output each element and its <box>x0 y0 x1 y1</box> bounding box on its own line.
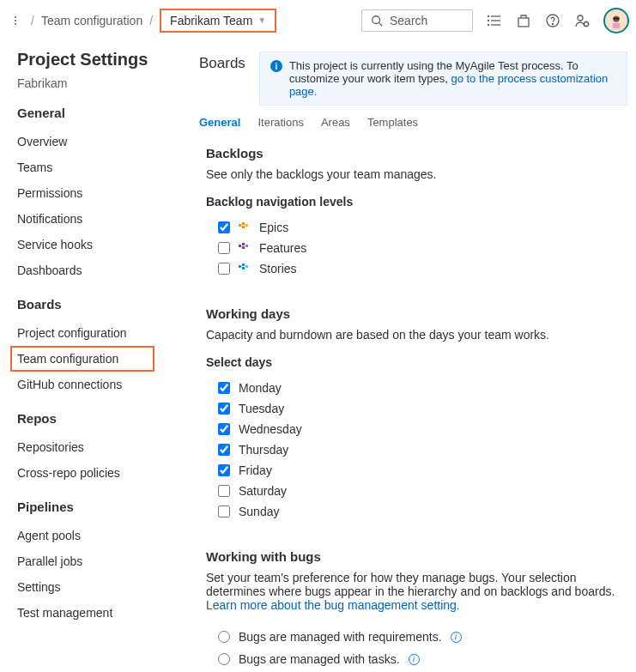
sidebar-item-project-configuration[interactable]: Project configuration <box>17 320 180 346</box>
info-banner: i This project is currently using the My… <box>259 51 627 106</box>
epics-label: Epics <box>259 221 288 234</box>
checkbox-wednesday[interactable] <box>218 423 230 435</box>
tab-iterations[interactable]: Iterations <box>257 116 303 134</box>
svg-rect-29 <box>242 246 245 249</box>
sidebar-item-test-management[interactable]: Test management <box>17 600 180 626</box>
backlog-nav-heading: Backlog navigation levels <box>206 195 621 209</box>
sidebar-item-overview[interactable]: Overview <box>17 129 180 154</box>
team-dropdown[interactable]: Fabrikam Team ▼ <box>160 9 276 33</box>
user-settings-icon[interactable] <box>574 13 590 28</box>
sidebar-item-github-connections[interactable]: GitHub connections <box>17 372 180 397</box>
tuesday-label: Tuesday <box>239 402 284 415</box>
sidebar-item-permissions[interactable]: Permissions <box>17 180 180 206</box>
svg-point-6 <box>488 20 489 21</box>
thursday-label: Thursday <box>239 443 288 457</box>
sidebar-section-boards: Boards <box>17 297 180 312</box>
sidebar-item-settings[interactable]: Settings <box>17 574 180 600</box>
checkbox-thursday[interactable] <box>218 444 230 456</box>
checkbox-tuesday[interactable] <box>218 403 230 415</box>
help-icon[interactable] <box>545 13 560 28</box>
svg-rect-33 <box>242 267 245 269</box>
svg-line-1 <box>379 22 383 26</box>
backlogs-description: See only the backlogs your team manages. <box>206 167 621 181</box>
user-avatar[interactable] <box>603 8 629 33</box>
svg-rect-31 <box>239 265 241 268</box>
svg-rect-32 <box>242 263 245 266</box>
svg-rect-23 <box>239 224 241 227</box>
stories-label: Stories <box>259 262 297 275</box>
working-days-description: Capacity and burndown are based on the d… <box>206 328 621 342</box>
svg-rect-25 <box>242 226 245 228</box>
sidebar-item-notifications[interactable]: Notifications <box>17 206 180 232</box>
sidebar: Project Settings Fabrikam General Overvi… <box>0 41 180 672</box>
saturday-label: Saturday <box>239 484 287 498</box>
sidebar-item-teams[interactable]: Teams <box>17 154 180 180</box>
svg-point-11 <box>578 15 583 21</box>
features-icon <box>239 242 251 254</box>
more-menu-icon[interactable] <box>7 16 24 25</box>
svg-rect-8 <box>518 18 529 27</box>
sidebar-section-pipelines: Pipelines <box>17 499 180 514</box>
svg-point-20 <box>615 19 615 20</box>
sidebar-section-repos: Repos <box>17 411 180 426</box>
sidebar-item-parallel-jobs[interactable]: Parallel jobs <box>17 548 180 574</box>
svg-point-12 <box>585 21 589 26</box>
backlogs-heading: Backlogs <box>206 146 621 160</box>
main-content: Boards i This project is currently using… <box>180 41 636 672</box>
checkbox-sunday[interactable] <box>218 506 230 518</box>
radio-bugs-tasks[interactable] <box>218 653 230 665</box>
search-input[interactable]: Search <box>361 9 473 32</box>
sunday-label: Sunday <box>239 505 279 518</box>
checkbox-stories[interactable] <box>218 263 230 275</box>
sidebar-item-team-configuration[interactable]: Team configuration <box>10 346 154 372</box>
checkbox-monday[interactable] <box>218 382 230 394</box>
page-title: Boards <box>199 51 245 72</box>
bugs-description: Set your team's preference for how they … <box>206 571 621 612</box>
svg-rect-26 <box>245 224 248 227</box>
sidebar-item-repositories[interactable]: Repositories <box>17 434 180 460</box>
checkbox-friday[interactable] <box>218 464 230 476</box>
svg-point-5 <box>488 15 489 16</box>
tab-areas[interactable]: Areas <box>321 116 350 134</box>
stories-icon <box>239 263 251 275</box>
bugs-opt2-label: Bugs are managed with tasks. <box>239 652 400 666</box>
svg-point-7 <box>488 24 489 25</box>
sidebar-item-agent-pools[interactable]: Agent pools <box>17 523 180 548</box>
bugs-opt1-label: Bugs are managed with requirements. <box>239 630 442 644</box>
select-days-heading: Select days <box>206 355 621 369</box>
team-dropdown-label: Fabrikam Team <box>170 14 252 27</box>
svg-rect-22 <box>613 23 620 28</box>
bugs-heading: Working with bugs <box>206 549 621 564</box>
svg-rect-30 <box>245 245 248 247</box>
tab-general[interactable]: General <box>199 116 240 134</box>
checkbox-saturday[interactable] <box>218 485 230 497</box>
checkbox-epics[interactable] <box>218 221 230 233</box>
radio-bugs-requirements[interactable] <box>218 631 230 643</box>
breadcrumb-team-configuration[interactable]: Team configuration <box>41 14 142 27</box>
breadcrumb-separator: / <box>149 14 153 27</box>
marketplace-icon[interactable] <box>516 13 531 28</box>
info-text: This project is currently using the MyAg… <box>289 59 616 98</box>
info-icon: i <box>270 60 282 72</box>
svg-rect-34 <box>245 265 248 268</box>
list-icon[interactable] <box>487 13 502 28</box>
info-help-icon[interactable]: i <box>409 654 420 665</box>
search-icon <box>371 15 383 27</box>
project-link[interactable]: Fabrikam <box>17 76 180 90</box>
sidebar-item-dashboards[interactable]: Dashboards <box>17 257 180 283</box>
svg-point-0 <box>373 15 380 23</box>
bugs-learn-link[interactable]: Learn more about the bug management sett… <box>206 598 460 612</box>
wednesday-label: Wednesday <box>239 422 302 436</box>
checkbox-features[interactable] <box>218 242 230 254</box>
sidebar-item-service-hooks[interactable]: Service hooks <box>17 232 180 257</box>
svg-point-10 <box>553 23 554 24</box>
epics-icon <box>239 221 251 233</box>
tab-templates[interactable]: Templates <box>367 116 418 134</box>
search-placeholder: Search <box>390 14 427 27</box>
info-help-icon[interactable]: i <box>451 632 462 643</box>
sidebar-item-cross-repo-policies[interactable]: Cross-repo policies <box>17 460 180 486</box>
chevron-down-icon: ▼ <box>257 15 266 25</box>
svg-rect-27 <box>239 245 241 247</box>
svg-rect-28 <box>242 243 245 245</box>
monday-label: Monday <box>239 381 282 395</box>
